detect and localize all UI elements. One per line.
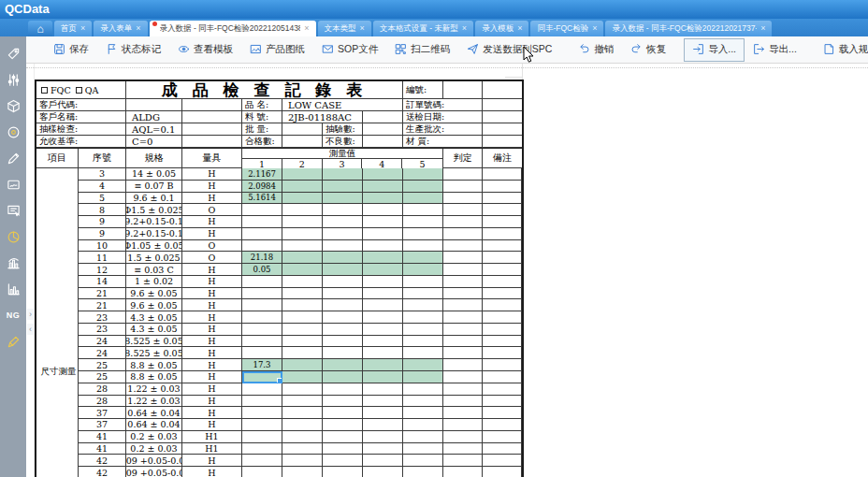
measure-cell-1[interactable]	[242, 407, 282, 419]
spec-cell[interactable]: 1.22 ± 0.03	[126, 383, 182, 396]
measure-cell-4[interactable]	[363, 276, 403, 288]
seq-cell[interactable]: 10	[79, 240, 126, 253]
gauge-cell[interactable]: O	[182, 204, 242, 216]
seq-cell[interactable]: 11	[79, 252, 126, 264]
measure-cell-1[interactable]	[242, 204, 282, 216]
measure-cell-2[interactable]	[282, 359, 323, 371]
measure-cell-5[interactable]	[403, 204, 443, 216]
note-cell[interactable]	[483, 193, 522, 205]
measure-cell-4[interactable]	[363, 288, 403, 300]
measure-cell-3[interactable]	[323, 216, 363, 228]
measure-cell-1[interactable]: 2.0984	[242, 181, 282, 193]
measure-cell-1[interactable]	[242, 443, 282, 455]
item-cell[interactable]	[36, 240, 79, 253]
spec-cell[interactable]: 0.2 ± 0.03	[126, 443, 182, 455]
measure-cell-4[interactable]	[363, 299, 403, 311]
serial-value[interactable]	[443, 81, 483, 99]
spec-cell[interactable]: 4.3 ± 0.05	[126, 324, 182, 336]
spec-cell[interactable]: ≡ 0.07 B	[126, 181, 182, 193]
note-cell[interactable]	[483, 407, 522, 419]
measure-cell-2[interactable]	[282, 299, 323, 311]
spec-cell[interactable]: 1.22 ± 0.03	[126, 396, 182, 408]
pane-collapse-down-icon[interactable]: ‹	[27, 324, 34, 335]
item-cell[interactable]	[36, 336, 79, 348]
sidebar-item-histogram-line[interactable]	[0, 250, 26, 276]
seq-cell[interactable]: 8	[79, 204, 126, 216]
measure-cell-3[interactable]	[323, 467, 363, 477]
measure-cell-1[interactable]: 17.3	[242, 359, 282, 371]
gauge-cell[interactable]: H	[182, 371, 242, 383]
measure-cell-1[interactable]	[242, 419, 282, 431]
spec-cell[interactable]: 8.8 ± 0.05	[126, 371, 182, 383]
measure-cell-2[interactable]	[282, 443, 323, 455]
gauge-cell[interactable]: H1	[182, 443, 242, 455]
measure-cell-1[interactable]	[242, 347, 282, 359]
judge-cell[interactable]	[443, 431, 483, 443]
measure-cell-3[interactable]	[323, 299, 363, 311]
measure-cell-2[interactable]	[282, 168, 323, 181]
toolbar-button-0[interactable]: 保存	[45, 38, 97, 62]
note-cell[interactable]	[483, 181, 522, 193]
item-cell[interactable]	[36, 276, 79, 288]
measure-cell-3[interactable]	[323, 252, 363, 264]
judge-cell[interactable]	[443, 467, 483, 477]
note-cell[interactable]	[483, 396, 522, 408]
empty-cell[interactable]	[182, 136, 242, 148]
tab-home[interactable]: ⌂	[28, 21, 52, 36]
measure-cell-2[interactable]	[282, 347, 323, 359]
gauge-cell[interactable]: O	[182, 252, 242, 264]
measure-cell-5[interactable]	[403, 324, 443, 336]
item-cell[interactable]	[36, 431, 79, 443]
qa-checkbox[interactable]	[76, 87, 82, 94]
seq-cell[interactable]: 5	[79, 193, 126, 205]
measure-cell-3[interactable]	[323, 228, 363, 240]
judge-cell[interactable]	[443, 204, 483, 216]
measure-cell-2[interactable]	[282, 228, 323, 240]
toolbar-button-1[interactable]: 状态标记	[97, 38, 169, 62]
measure-cell-2[interactable]	[282, 288, 323, 300]
measure-cell-2[interactable]	[282, 431, 323, 443]
measure-cell-5[interactable]	[403, 264, 443, 276]
measure-cell-4[interactable]	[363, 467, 403, 477]
note-cell[interactable]	[483, 419, 522, 431]
measure-cell-4[interactable]	[363, 419, 403, 431]
note-cell[interactable]	[483, 228, 522, 240]
judge-cell[interactable]	[443, 324, 483, 336]
measure-cell-5[interactable]	[403, 371, 443, 383]
measure-cell-3[interactable]	[323, 407, 363, 419]
tab-6[interactable]: 录入模板×	[475, 21, 528, 36]
judge-cell[interactable]	[443, 228, 483, 240]
toolbar-button-3[interactable]: 产品图纸	[241, 38, 313, 62]
note-cell[interactable]	[483, 264, 522, 276]
item-cell[interactable]	[36, 311, 79, 324]
toolbar-button-6[interactable]: 发送数据到SPC	[458, 38, 560, 62]
tab-7[interactable]: 同丰-FQC检验×	[530, 21, 603, 36]
seq-cell[interactable]: 41	[79, 431, 126, 443]
toolbar-button-7[interactable]: 撤销	[570, 38, 622, 62]
note-cell[interactable]	[483, 216, 522, 228]
measure-cell-5[interactable]	[403, 407, 443, 419]
judge-cell[interactable]	[443, 443, 483, 455]
tab-close-icon[interactable]: ×	[80, 24, 85, 33]
item-cell[interactable]	[36, 193, 79, 205]
measure-cell-2[interactable]	[282, 311, 323, 324]
toolbar-button-8[interactable]: 恢复	[622, 38, 674, 62]
note-cell[interactable]	[483, 288, 522, 300]
measure-cell-4[interactable]	[363, 240, 403, 253]
measure-cell-1[interactable]	[242, 216, 282, 228]
item-cell[interactable]	[36, 383, 79, 396]
spec-cell[interactable]: 9.2+0.15-0.1	[126, 228, 182, 240]
toolbar-button-11[interactable]: 载入规格文件...	[815, 38, 868, 62]
measure-cell-4[interactable]	[363, 396, 403, 408]
seq-cell[interactable]: 9	[79, 216, 126, 228]
measure-cell-4[interactable]	[363, 407, 403, 419]
measure-cell-4[interactable]	[363, 181, 403, 193]
sidebar-item-form-cursor[interactable]	[0, 197, 26, 224]
gauge-cell[interactable]: H	[182, 181, 242, 193]
measure-cell-2[interactable]	[282, 193, 323, 205]
measure-cell-4[interactable]	[363, 324, 403, 336]
measure-cell-4[interactable]	[363, 311, 403, 324]
seq-cell[interactable]: 28	[79, 396, 126, 408]
gauge-cell[interactable]: H	[182, 419, 242, 431]
measure-cell-4[interactable]	[363, 443, 403, 455]
